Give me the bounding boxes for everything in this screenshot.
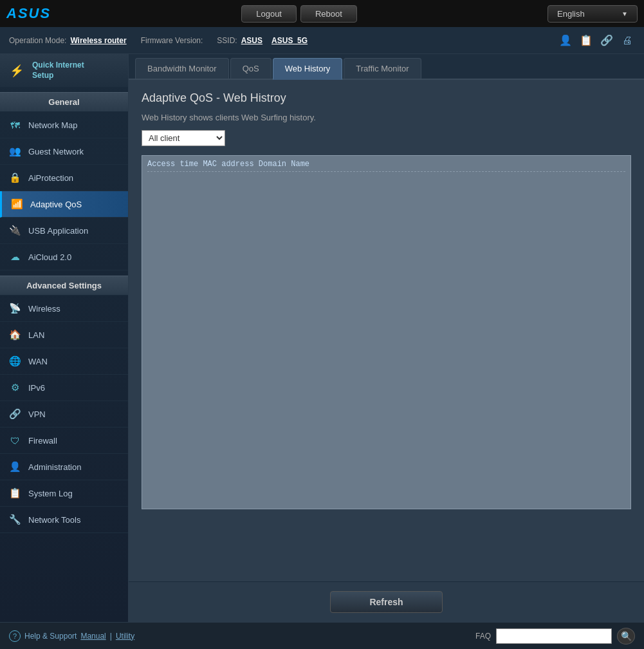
sidebar-item-aiprotection[interactable]: 🔒 AiProtection [0, 165, 128, 191]
main-layout: ⚡ Quick InternetSetup General 🗺 Network … [0, 54, 644, 622]
sidebar-item-wireless[interactable]: 📡 Wireless [0, 296, 128, 322]
wireless-icon: 📡 [8, 301, 22, 315]
faq-search-button[interactable]: 🔍 [617, 628, 635, 644]
tab-web-history[interactable]: Web History [273, 58, 343, 80]
top-buttons: Logout Reboot [241, 5, 357, 23]
guest-network-label: Guest Network [28, 147, 84, 156]
language-label: English [557, 9, 585, 19]
sidebar-item-system-log[interactable]: 📋 System Log [0, 480, 128, 507]
system-log-label: System Log [28, 489, 73, 498]
faq-search-input[interactable] [496, 628, 612, 644]
guest-network-icon: 👥 [8, 144, 22, 158]
network-tools-icon: 🔧 [8, 513, 22, 527]
wireless-label: Wireless [28, 304, 60, 314]
sidebar-item-guest-network[interactable]: 👥 Guest Network [0, 138, 128, 165]
quick-internet-setup[interactable]: ⚡ Quick InternetSetup [0, 54, 128, 88]
bottom-bar: ? Help & Support Manual | Utility FAQ 🔍 [0, 622, 644, 649]
tabs-bar: Bandwidth Monitor QoS Web History Traffi… [129, 54, 644, 80]
content-area: Bandwidth Monitor QoS Web History Traffi… [129, 54, 644, 622]
usb-application-label: USB Application [28, 226, 88, 236]
aicloud-label: AiCloud 2.0 [28, 252, 71, 262]
sidebar-item-adaptive-qos[interactable]: 📶 Adaptive QoS [0, 191, 128, 218]
quick-setup-label: Quick InternetSetup [32, 61, 84, 80]
usb-application-icon: 🔌 [8, 223, 22, 238]
lan-label: LAN [28, 330, 44, 340]
history-divider [147, 171, 625, 172]
operation-mode-value: Wireless router [70, 36, 126, 45]
sidebar-item-network-tools[interactable]: 🔧 Network Tools [0, 507, 128, 533]
bottom-help: ? Help & Support Manual | Utility [9, 630, 134, 642]
tab-traffic-monitor[interactable]: Traffic Monitor [344, 58, 421, 79]
bottom-faq: FAQ 🔍 [475, 628, 635, 644]
firewall-label: Firewall [28, 436, 57, 446]
top-bar: ASUS Logout Reboot English ▼ [0, 0, 644, 27]
utility-link[interactable]: Utility [116, 632, 134, 641]
wan-icon: 🌐 [8, 354, 22, 368]
ssid-asus5g: ASUS_5G [271, 36, 308, 45]
print-icon[interactable]: 🖨 [620, 33, 635, 48]
sidebar-item-aicloud[interactable]: ☁ AiCloud 2.0 [0, 244, 128, 270]
history-header: Access time MAC address Domain Name [142, 156, 630, 170]
ssid-asus: ASUS [241, 36, 262, 45]
manual-link[interactable]: Manual [80, 632, 106, 641]
help-icon: ? [9, 630, 21, 642]
tab-qos[interactable]: QoS [230, 58, 271, 79]
content-panel: Adaptive QoS - Web Histroy Web History s… [129, 80, 644, 581]
sidebar: ⚡ Quick InternetSetup General 🗺 Network … [0, 54, 129, 622]
refresh-button[interactable]: Refresh [330, 591, 442, 613]
panel-description: Web History shows clients Web Surfing hi… [142, 113, 631, 122]
user-icon[interactable]: 👤 [558, 33, 573, 48]
client-dropdown[interactable]: All client [142, 130, 225, 146]
sidebar-item-network-map[interactable]: 🗺 Network Map [0, 112, 128, 138]
ipv6-icon: ⚙ [8, 381, 22, 395]
ipv6-label: IPv6 [28, 383, 45, 393]
network-map-label: Network Map [28, 120, 78, 130]
operation-mode-label: Operation Mode: [9, 36, 66, 45]
sidebar-item-lan[interactable]: 🏠 LAN [0, 322, 128, 348]
sidebar-item-firewall[interactable]: 🛡 Firewall [0, 428, 128, 454]
wan-label: WAN [28, 357, 48, 366]
logout-button[interactable]: Logout [241, 5, 297, 23]
sidebar-item-ipv6[interactable]: ⚙ IPv6 [0, 375, 128, 401]
share-icon[interactable]: 🔗 [599, 33, 614, 48]
lan-icon: 🏠 [8, 328, 22, 342]
general-title: General [0, 92, 128, 112]
aiprotection-icon: 🔒 [8, 171, 22, 185]
sidebar-item-wan[interactable]: 🌐 WAN [0, 348, 128, 375]
vpn-label: VPN [28, 409, 46, 419]
history-content [142, 173, 630, 183]
administration-label: Administration [28, 462, 81, 472]
chevron-down-icon: ▼ [621, 10, 628, 17]
aiprotection-label: AiProtection [28, 173, 73, 183]
status-bar: Operation Mode: Wireless router Firmware… [0, 27, 644, 54]
firmware-label: Firmware Version: [141, 36, 203, 45]
aicloud-icon: ☁ [8, 250, 22, 264]
language-selector[interactable]: English ▼ [547, 5, 638, 23]
client-select-row: All client [142, 130, 631, 146]
faq-label: FAQ [475, 632, 491, 641]
ssid-label: SSID: [217, 36, 237, 45]
adaptive-qos-icon: 📶 [10, 197, 24, 211]
help-support-label: Help & Support [24, 632, 77, 641]
general-section: General 🗺 Network Map 👥 Guest Network 🔒 … [0, 88, 128, 272]
sidebar-item-usb-application[interactable]: 🔌 USB Application [0, 218, 128, 244]
adaptive-qos-label: Adaptive QoS [30, 200, 82, 209]
vpn-icon: 🔗 [8, 407, 22, 421]
sidebar-item-administration[interactable]: 👤 Administration [0, 454, 128, 480]
network-tools-label: Network Tools [28, 515, 80, 525]
administration-icon: 👤 [8, 460, 22, 474]
tab-bandwidth-monitor[interactable]: Bandwidth Monitor [135, 58, 229, 79]
status-info: Operation Mode: Wireless router Firmware… [9, 36, 308, 45]
reboot-button[interactable]: Reboot [300, 5, 357, 23]
pipe-separator: | [110, 632, 112, 641]
history-scroll-container[interactable]: Access time MAC address Domain Name [142, 155, 631, 509]
advanced-title: Advanced Settings [0, 276, 128, 296]
refresh-area: Refresh [129, 581, 644, 622]
sidebar-item-vpn[interactable]: 🔗 VPN [0, 401, 128, 428]
copy-icon[interactable]: 📋 [578, 33, 594, 48]
quick-setup-icon: ⚡ [8, 62, 26, 80]
network-map-icon: 🗺 [8, 118, 22, 132]
system-log-icon: 📋 [8, 486, 22, 500]
advanced-section: Advanced Settings 📡 Wireless 🏠 LAN 🌐 WAN… [0, 272, 128, 534]
asus-logo: ASUS [6, 5, 51, 22]
